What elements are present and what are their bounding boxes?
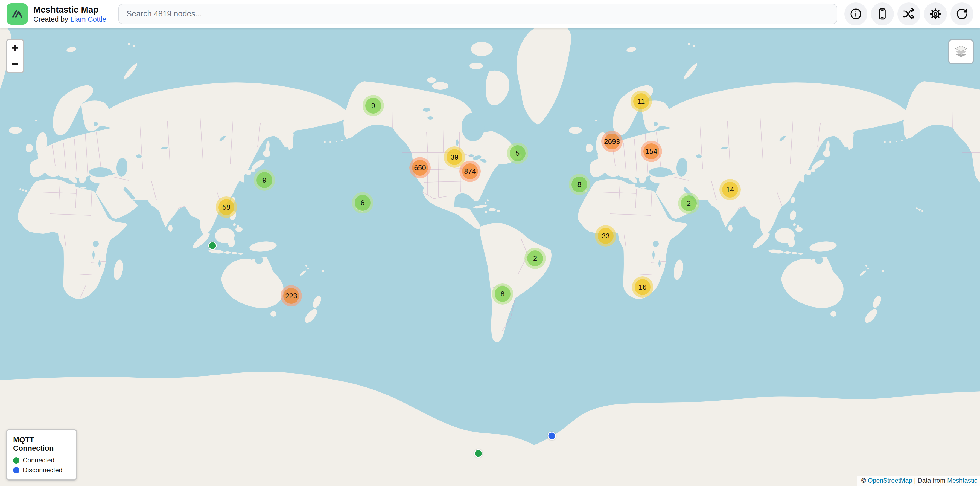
meshtastic-logo-icon bbox=[6, 3, 28, 25]
attribution: © OpenStreetMap | Data from Meshtastic bbox=[858, 476, 980, 486]
cluster-count: 11 bbox=[633, 93, 649, 109]
zoom-in-button[interactable]: + bbox=[7, 40, 23, 56]
osm-link[interactable]: OpenStreetMap bbox=[868, 477, 912, 484]
cluster-count: 16 bbox=[635, 279, 651, 295]
zoom-control: + − bbox=[6, 39, 24, 73]
cluster-marker[interactable]: 9 bbox=[254, 169, 275, 191]
cluster-count: 2693 bbox=[604, 134, 620, 150]
cluster-count: 9 bbox=[365, 98, 381, 113]
map-canvas[interactable]: 939650874511269315481429586332168223 + −… bbox=[0, 28, 980, 486]
cluster-marker[interactable]: 58 bbox=[216, 196, 237, 218]
cluster-marker[interactable]: 8 bbox=[492, 283, 513, 304]
cluster-marker[interactable]: 33 bbox=[595, 225, 616, 247]
cluster-count: 2 bbox=[527, 250, 543, 266]
title-block: Meshtastic Map Created by Liam Cottle bbox=[33, 5, 107, 24]
attribution-text: Data from bbox=[918, 477, 945, 484]
smartphone-icon bbox=[876, 8, 889, 20]
node-marker-disconnected[interactable] bbox=[548, 432, 556, 440]
app-header: Meshtastic Map Created by Liam Cottle bbox=[0, 0, 980, 28]
layers-control[interactable] bbox=[948, 39, 974, 64]
refresh-icon bbox=[956, 8, 968, 20]
node-marker-connected[interactable] bbox=[474, 449, 483, 458]
cluster-count: 154 bbox=[643, 143, 659, 159]
cluster-marker[interactable]: 5 bbox=[507, 143, 528, 164]
random-node-button[interactable] bbox=[897, 2, 920, 25]
cluster-count: 874 bbox=[462, 163, 478, 179]
cluster-marker[interactable]: 6 bbox=[352, 192, 373, 214]
meshtastic-link[interactable]: Meshtastic bbox=[947, 477, 977, 484]
cluster-count: 39 bbox=[447, 149, 462, 165]
cluster-count: 223 bbox=[283, 288, 299, 304]
cluster-marker[interactable]: 8 bbox=[569, 174, 590, 195]
cluster-marker[interactable]: 154 bbox=[641, 141, 662, 162]
disconnected-dot-icon bbox=[13, 467, 19, 473]
layers-icon bbox=[953, 45, 969, 59]
legend-item-disconnected: Disconnected bbox=[13, 466, 70, 474]
gear-icon bbox=[929, 8, 942, 20]
cluster-marker[interactable]: 2 bbox=[678, 193, 700, 214]
refresh-button[interactable] bbox=[950, 2, 974, 25]
cluster-marker[interactable]: 16 bbox=[632, 276, 653, 298]
node-marker-connected[interactable] bbox=[208, 242, 217, 250]
cluster-count: 2 bbox=[681, 195, 697, 211]
cluster-marker[interactable]: 11 bbox=[630, 91, 652, 112]
search-wrap bbox=[118, 4, 837, 24]
zoom-out-button[interactable]: − bbox=[7, 56, 23, 72]
cluster-count: 650 bbox=[412, 160, 428, 176]
author-link[interactable]: Liam Cottle bbox=[70, 15, 107, 24]
legend-title: MQTT Connection bbox=[13, 436, 70, 453]
cluster-marker[interactable]: 223 bbox=[280, 285, 302, 306]
attribution-separator: | bbox=[914, 477, 916, 484]
cluster-count: 5 bbox=[510, 145, 525, 161]
cluster-marker[interactable]: 650 bbox=[409, 157, 431, 178]
cluster-marker[interactable]: 2 bbox=[525, 248, 546, 269]
settings-button[interactable] bbox=[924, 2, 947, 25]
search-input[interactable] bbox=[118, 4, 837, 24]
world-map[interactable] bbox=[0, 28, 980, 486]
cluster-marker[interactable]: 14 bbox=[719, 179, 741, 200]
cluster-count: 58 bbox=[218, 199, 234, 215]
info-button[interactable] bbox=[845, 2, 867, 25]
mobile-app-button[interactable] bbox=[871, 2, 894, 25]
cluster-count: 14 bbox=[722, 182, 738, 198]
page-subtitle: Created by Liam Cottle bbox=[33, 15, 107, 24]
copyright-symbol: © bbox=[861, 477, 866, 484]
cluster-marker[interactable]: 874 bbox=[460, 161, 481, 182]
legend-item-connected: Connected bbox=[13, 456, 70, 464]
cluster-count: 8 bbox=[495, 286, 511, 302]
cluster-marker[interactable]: 2693 bbox=[601, 131, 623, 152]
shuffle-icon bbox=[903, 8, 915, 20]
cluster-count: 8 bbox=[571, 177, 587, 192]
cluster-count: 6 bbox=[355, 195, 371, 211]
connected-dot-icon bbox=[13, 457, 19, 464]
info-icon bbox=[850, 8, 862, 20]
mqtt-legend: MQTT Connection Connected Disconnected bbox=[6, 429, 77, 481]
cluster-marker[interactable]: 9 bbox=[363, 95, 384, 116]
page-title: Meshtastic Map bbox=[33, 5, 107, 15]
cluster-count: 9 bbox=[256, 172, 272, 188]
toolbar bbox=[845, 2, 974, 25]
cluster-count: 33 bbox=[598, 228, 614, 244]
subtitle-prefix: Created by bbox=[33, 15, 68, 24]
